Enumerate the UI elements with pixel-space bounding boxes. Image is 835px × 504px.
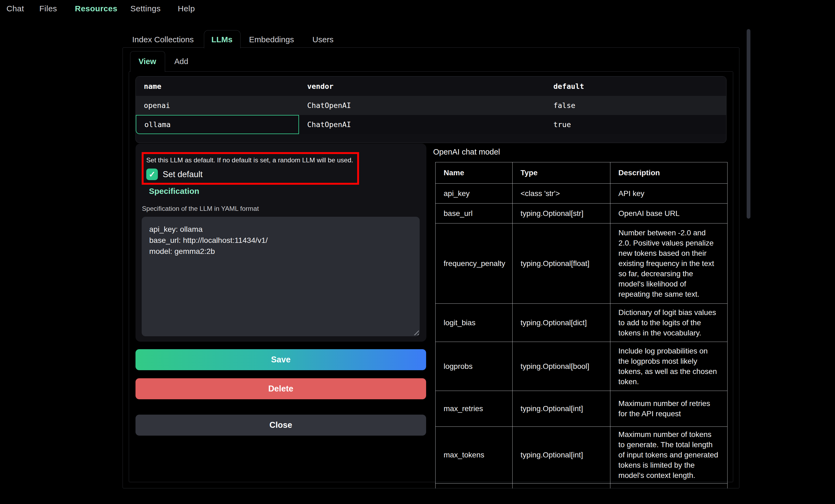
subtab-view[interactable]: View xyxy=(130,53,165,70)
doc-row-logit-bias: logit_bias typing.Optional[dict] Diction… xyxy=(435,304,727,342)
nav-item-help[interactable]: Help xyxy=(178,3,195,14)
llm-col-name: name xyxy=(136,77,299,96)
doc-cell-name: frequency_penalty xyxy=(435,224,513,303)
doc-cell-name: max_retries xyxy=(435,391,513,426)
set-default-label[interactable]: Set default xyxy=(163,170,203,179)
set-default-checkbox[interactable]: ✓ xyxy=(146,169,158,180)
specification-caption: Specification of the LLM in YAML format xyxy=(142,205,259,212)
doc-cell-type: typing.Optional[int] xyxy=(513,427,610,483)
doc-cell-description: Maximum number of tokens to generate. Th… xyxy=(610,427,727,483)
app-window: Chat Files Resources Settings Help Index… xyxy=(0,0,835,504)
nav-item-resources[interactable]: Resources xyxy=(75,3,118,14)
doc-cell-name: base_url xyxy=(435,204,513,223)
vertical-scrollbar-thumb[interactable] xyxy=(747,29,750,218)
cell-name-selected[interactable]: ollama xyxy=(136,115,299,134)
doc-cell-description: Maximum number of retries for the API re… xyxy=(610,391,727,426)
doc-col-description: Description xyxy=(610,162,727,183)
doc-cell-type: typing.Optional[dict] xyxy=(513,304,610,342)
yaml-spec-textarea[interactable]: api_key: ollama base_url: http://localho… xyxy=(142,217,420,336)
nav-item-settings[interactable]: Settings xyxy=(130,3,161,14)
nav-item-files[interactable]: Files xyxy=(39,3,57,14)
check-icon: ✓ xyxy=(149,170,156,178)
cell-vendor[interactable]: ChatOpenAI xyxy=(299,115,545,134)
llm-col-default: default xyxy=(546,77,726,96)
tab-users[interactable]: Users xyxy=(312,32,334,47)
doc-col-name: Name xyxy=(435,162,513,183)
doc-cell-type: typing.Optional[float] xyxy=(513,224,610,303)
doc-cell-type xyxy=(513,484,610,488)
cell-default[interactable]: false xyxy=(546,96,726,115)
doc-cell-description: Include log probabilities on the logprob… xyxy=(610,342,727,391)
doc-cell-name: logprobs xyxy=(435,342,513,391)
doc-row-max-retries: max_retries typing.Optional[int] Maximum… xyxy=(435,391,727,427)
doc-cell-name: max_tokens xyxy=(435,427,513,483)
doc-cell-description: Number between -2.0 and 2.0. Positive va… xyxy=(610,224,727,303)
llm-col-vendor: vendor xyxy=(299,77,545,96)
doc-cell-description: API key xyxy=(610,184,727,203)
doc-cell-description: Dictionary of logit bias values to add t… xyxy=(610,304,727,342)
nav-item-chat[interactable]: Chat xyxy=(6,3,24,14)
doc-row-frequency-penalty: frequency_penalty typing.Optional[float]… xyxy=(435,224,727,304)
cell-name[interactable]: openai xyxy=(136,96,299,115)
doc-cell-name: logit_bias xyxy=(435,304,513,342)
close-button[interactable]: Close xyxy=(136,415,426,436)
doc-cell-description: OpenAI base URL xyxy=(610,204,727,223)
doc-cell-type: typing.Optional[bool] xyxy=(513,342,610,391)
specification-heading: Specification xyxy=(149,187,199,196)
llm-table-header: name vendor default xyxy=(136,77,726,96)
doc-row-api-key: api_key <class 'str'> API key xyxy=(435,184,727,204)
llm-detail-card: Set this LLM as default. If no default i… xyxy=(136,144,426,342)
doc-row-partial xyxy=(435,484,727,488)
doc-cell-name: api_key xyxy=(435,184,513,203)
doc-row-logprobs: logprobs typing.Optional[bool] Include l… xyxy=(435,342,727,391)
tab-llms[interactable]: LLMs xyxy=(204,32,240,47)
doc-cell-name xyxy=(435,484,513,488)
doc-title: OpenAI chat model xyxy=(433,148,500,156)
doc-row-base-url: base_url typing.Optional[str] OpenAI bas… xyxy=(435,204,727,224)
doc-table: Name Type Description api_key <class 'st… xyxy=(435,162,728,488)
llm-table: name vendor default openai ChatOpenAI fa… xyxy=(136,76,727,143)
set-default-note: Set this LLM as default. If no default i… xyxy=(146,155,354,165)
table-row-ollama-selected[interactable]: ollama ChatOpenAI true xyxy=(136,115,726,134)
doc-table-header: Name Type Description xyxy=(435,162,727,184)
annotation-red-box: Set this LLM as default. If no default i… xyxy=(142,152,359,185)
doc-col-type: Type xyxy=(513,162,610,183)
doc-cell-type: typing.Optional[int] xyxy=(513,391,610,426)
doc-row-max-tokens: max_tokens typing.Optional[int] Maximum … xyxy=(435,427,727,484)
tab-embeddings[interactable]: Embeddings xyxy=(247,32,296,47)
table-row-openai[interactable]: openai ChatOpenAI false xyxy=(136,96,726,115)
tab-index-collections[interactable]: Index Collections xyxy=(130,32,195,47)
doc-cell-type: typing.Optional[str] xyxy=(513,204,610,223)
cell-vendor[interactable]: ChatOpenAI xyxy=(299,96,545,115)
doc-cell-type: <class 'str'> xyxy=(513,184,610,203)
save-button[interactable]: Save xyxy=(136,349,426,370)
subtab-add[interactable]: Add xyxy=(172,53,191,70)
delete-button[interactable]: Delete xyxy=(136,378,426,399)
cell-default[interactable]: true xyxy=(546,115,726,134)
doc-cell-description xyxy=(610,484,727,488)
set-default-row: ✓ Set default xyxy=(146,169,354,180)
